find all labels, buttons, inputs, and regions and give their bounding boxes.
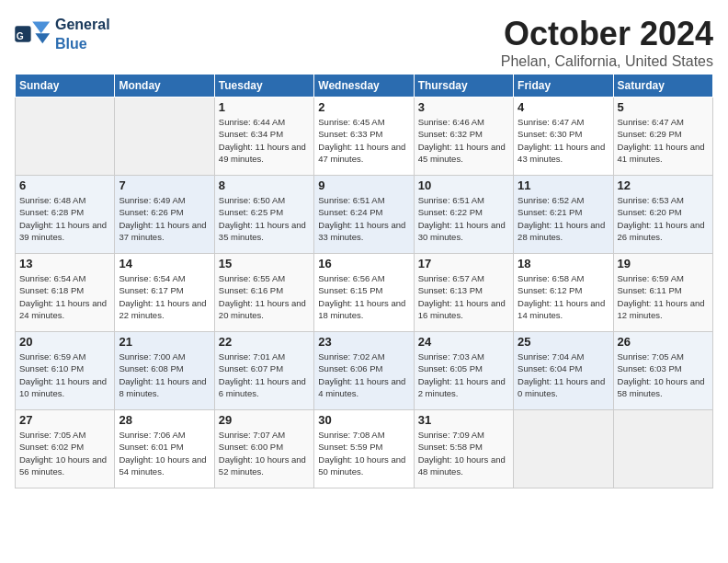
day-number: 20 (19, 335, 110, 349)
day-number: 8 (219, 178, 310, 192)
day-detail: Sunrise: 7:02 AM Sunset: 6:06 PM Dayligh… (318, 350, 409, 399)
calendar-cell: 12Sunrise: 6:53 AM Sunset: 6:20 PM Dayli… (613, 176, 712, 254)
calendar-cell (115, 98, 214, 176)
header-monday: Monday (115, 75, 214, 98)
day-number: 4 (518, 100, 609, 114)
calendar-cell: 21Sunrise: 7:00 AM Sunset: 6:08 PM Dayli… (115, 332, 214, 410)
day-detail: Sunrise: 6:58 AM Sunset: 6:12 PM Dayligh… (518, 272, 609, 321)
day-number: 26 (618, 335, 709, 349)
day-detail: Sunrise: 6:56 AM Sunset: 6:15 PM Dayligh… (318, 272, 409, 321)
day-number: 7 (119, 178, 210, 192)
calendar-cell (514, 410, 613, 488)
header-saturday: Saturday (613, 75, 712, 98)
header-friday: Friday (514, 75, 613, 98)
day-detail: Sunrise: 7:05 AM Sunset: 6:02 PM Dayligh… (19, 429, 110, 477)
day-detail: Sunrise: 7:01 AM Sunset: 6:07 PM Dayligh… (219, 350, 310, 399)
month-title: October 2024 (501, 15, 713, 53)
day-number: 27 (19, 413, 110, 427)
day-detail: Sunrise: 6:55 AM Sunset: 6:16 PM Dayligh… (219, 272, 310, 321)
day-detail: Sunrise: 6:44 AM Sunset: 6:34 PM Dayligh… (219, 116, 310, 165)
day-number: 15 (219, 257, 310, 270)
header-thursday: Thursday (414, 75, 513, 98)
day-detail: Sunrise: 6:52 AM Sunset: 6:21 PM Dayligh… (518, 194, 609, 243)
calendar-cell (613, 410, 712, 488)
calendar-cell: 7Sunrise: 6:49 AM Sunset: 6:26 PM Daylig… (115, 176, 214, 254)
header-row: Sunday Monday Tuesday Wednesday Thursday… (16, 75, 713, 98)
day-number: 28 (119, 413, 210, 427)
calendar-cell: 27Sunrise: 7:05 AM Sunset: 6:02 PM Dayli… (16, 410, 115, 488)
day-detail: Sunrise: 7:06 AM Sunset: 6:01 PM Dayligh… (119, 429, 210, 477)
day-number: 9 (318, 178, 409, 192)
calendar-table: Sunday Monday Tuesday Wednesday Thursday… (15, 74, 713, 488)
day-number: 21 (119, 335, 210, 349)
day-number: 2 (318, 100, 409, 114)
header-sunday: Sunday (16, 75, 115, 98)
calendar-cell: 24Sunrise: 7:03 AM Sunset: 6:05 PM Dayli… (414, 332, 513, 410)
calendar-week-3: 13Sunrise: 6:54 AM Sunset: 6:18 PM Dayli… (16, 254, 713, 332)
day-number: 6 (19, 178, 110, 192)
calendar-cell: 6Sunrise: 6:48 AM Sunset: 6:28 PM Daylig… (16, 176, 115, 254)
day-number: 5 (618, 100, 709, 114)
calendar-cell: 10Sunrise: 6:51 AM Sunset: 6:22 PM Dayli… (414, 176, 513, 254)
day-number: 14 (119, 257, 210, 270)
day-detail: Sunrise: 6:46 AM Sunset: 6:32 PM Dayligh… (418, 116, 509, 165)
calendar-header: Sunday Monday Tuesday Wednesday Thursday… (16, 75, 713, 98)
day-detail: Sunrise: 7:09 AM Sunset: 5:58 PM Dayligh… (418, 429, 509, 477)
day-number: 1 (219, 100, 310, 114)
calendar-cell: 28Sunrise: 7:06 AM Sunset: 6:01 PM Dayli… (115, 410, 214, 488)
calendar-body: 1Sunrise: 6:44 AM Sunset: 6:34 PM Daylig… (16, 98, 713, 488)
calendar-cell: 17Sunrise: 6:57 AM Sunset: 6:13 PM Dayli… (414, 254, 513, 332)
day-detail: Sunrise: 6:54 AM Sunset: 6:17 PM Dayligh… (119, 272, 210, 321)
calendar-cell: 4Sunrise: 6:47 AM Sunset: 6:30 PM Daylig… (514, 98, 613, 176)
day-number: 19 (618, 257, 709, 270)
header-wednesday: Wednesday (314, 75, 414, 98)
day-detail: Sunrise: 6:51 AM Sunset: 6:24 PM Dayligh… (318, 194, 409, 243)
day-number: 16 (318, 257, 409, 270)
day-number: 30 (318, 413, 409, 427)
calendar-cell: 31Sunrise: 7:09 AM Sunset: 5:58 PM Dayli… (414, 410, 513, 488)
day-detail: Sunrise: 7:04 AM Sunset: 6:04 PM Dayligh… (518, 350, 609, 399)
day-detail: Sunrise: 6:49 AM Sunset: 6:26 PM Dayligh… (119, 194, 210, 243)
calendar-cell: 5Sunrise: 6:47 AM Sunset: 6:29 PM Daylig… (613, 98, 712, 176)
calendar-cell (16, 98, 115, 176)
calendar-cell: 29Sunrise: 7:07 AM Sunset: 6:00 PM Dayli… (214, 410, 313, 488)
svg-text:G: G (17, 31, 24, 41)
day-number: 17 (418, 257, 509, 270)
day-number: 13 (19, 257, 110, 270)
day-detail: Sunrise: 7:00 AM Sunset: 6:08 PM Dayligh… (119, 350, 210, 399)
calendar-cell: 1Sunrise: 6:44 AM Sunset: 6:34 PM Daylig… (214, 98, 313, 176)
header: G General Blue October 2024 Phelan, Cali… (15, 15, 713, 70)
day-detail: Sunrise: 6:45 AM Sunset: 6:33 PM Dayligh… (318, 116, 409, 165)
calendar-cell: 16Sunrise: 6:56 AM Sunset: 6:15 PM Dayli… (314, 254, 414, 332)
day-detail: Sunrise: 7:07 AM Sunset: 6:00 PM Dayligh… (219, 429, 310, 477)
calendar-cell: 14Sunrise: 6:54 AM Sunset: 6:17 PM Dayli… (115, 254, 214, 332)
calendar-cell: 20Sunrise: 6:59 AM Sunset: 6:10 PM Dayli… (16, 332, 115, 410)
day-detail: Sunrise: 6:47 AM Sunset: 6:29 PM Dayligh… (618, 116, 709, 165)
calendar-cell: 19Sunrise: 6:59 AM Sunset: 6:11 PM Dayli… (613, 254, 712, 332)
day-number: 24 (418, 335, 509, 349)
day-detail: Sunrise: 6:50 AM Sunset: 6:25 PM Dayligh… (219, 194, 310, 243)
day-number: 12 (618, 178, 709, 192)
calendar-cell: 2Sunrise: 6:45 AM Sunset: 6:33 PM Daylig… (314, 98, 414, 176)
calendar-cell: 9Sunrise: 6:51 AM Sunset: 6:24 PM Daylig… (314, 176, 414, 254)
day-number: 11 (518, 178, 609, 192)
day-number: 23 (318, 335, 409, 349)
day-number: 18 (518, 257, 609, 270)
day-detail: Sunrise: 6:59 AM Sunset: 6:11 PM Dayligh… (618, 272, 709, 321)
logo: G General Blue (15, 15, 110, 53)
day-detail: Sunrise: 6:53 AM Sunset: 6:20 PM Dayligh… (618, 194, 709, 243)
day-number: 31 (418, 413, 509, 427)
day-detail: Sunrise: 6:47 AM Sunset: 6:30 PM Dayligh… (518, 116, 609, 165)
calendar-cell: 22Sunrise: 7:01 AM Sunset: 6:07 PM Dayli… (214, 332, 313, 410)
day-detail: Sunrise: 6:54 AM Sunset: 6:18 PM Dayligh… (19, 272, 110, 321)
logo-general-text: General (55, 17, 110, 32)
page-container: G General Blue October 2024 Phelan, Cali… (0, 0, 728, 496)
day-detail: Sunrise: 7:08 AM Sunset: 5:59 PM Dayligh… (318, 429, 409, 477)
title-block: October 2024 Phelan, California, United … (501, 15, 713, 70)
day-number: 10 (418, 178, 509, 192)
day-detail: Sunrise: 6:51 AM Sunset: 6:22 PM Dayligh… (418, 194, 509, 243)
calendar-cell: 3Sunrise: 6:46 AM Sunset: 6:32 PM Daylig… (414, 98, 513, 176)
logo-icon: G (15, 20, 51, 48)
day-detail: Sunrise: 7:03 AM Sunset: 6:05 PM Dayligh… (418, 350, 509, 399)
svg-marker-2 (32, 22, 50, 34)
